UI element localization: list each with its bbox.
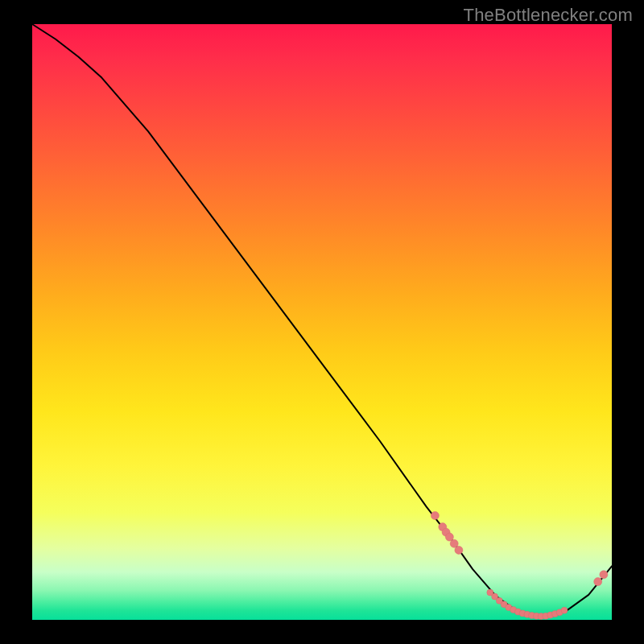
bottleneck-curve — [32, 24, 612, 617]
chart-frame: TheBottlenecker.com — [0, 0, 644, 644]
chart-overlay — [0, 0, 644, 644]
data-point — [594, 578, 602, 586]
data-point — [561, 607, 568, 613]
data-point — [600, 571, 608, 579]
data-point — [431, 512, 439, 520]
data-points — [431, 512, 608, 620]
data-point — [455, 546, 463, 554]
